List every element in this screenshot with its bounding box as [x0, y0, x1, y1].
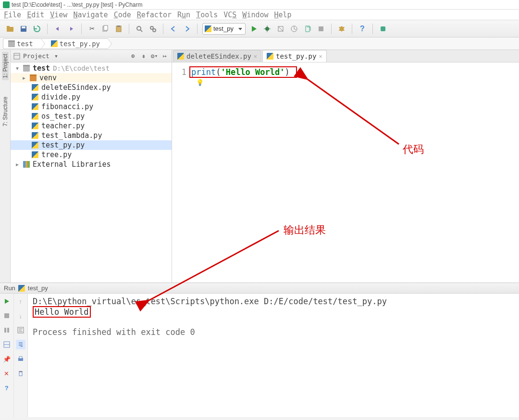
scroll-end-icon[interactable]	[16, 340, 25, 349]
gear-icon[interactable]: ⚙▾	[150, 52, 158, 60]
run-config-selector[interactable]: test_py	[202, 23, 246, 35]
run-console[interactable]: D:\E\python_virtual\es_test\Scripts\pyth…	[28, 294, 519, 417]
tree-external-libs[interactable]: ▸ External Libraries	[11, 160, 172, 169]
attach-icon[interactable]	[302, 24, 313, 34]
copy-icon[interactable]	[100, 24, 111, 34]
tree-file-label: test_lambda.py	[41, 131, 102, 140]
up-stack-icon[interactable]: ↑	[16, 296, 25, 306]
editor-tab-deleteesindex[interactable]: deleteESindex.py ✕	[173, 50, 261, 62]
python-icon	[267, 53, 273, 60]
side-tab-project[interactable]: 1: Project	[2, 52, 9, 80]
chevron-down-icon[interactable]: ▾	[52, 52, 60, 60]
run-tool-window: Run test_py 📌 ✕ ?	[0, 283, 519, 417]
back-icon[interactable]	[168, 24, 179, 34]
run-header[interactable]: Run test_py	[0, 283, 519, 294]
print-icon[interactable]	[16, 354, 25, 364]
settings-icon[interactable]	[336, 24, 347, 34]
lightbulb-icon[interactable]: 💡	[196, 79, 204, 86]
tree-root[interactable]: ▾ test D:\E\code\test	[11, 63, 172, 73]
expand-icon[interactable]: ▸	[14, 160, 20, 169]
tree-file[interactable]: divide.py	[11, 92, 172, 102]
collapse-all-icon[interactable]: ⇞	[140, 52, 148, 60]
project-tree: ▾ test D:\E\code\test ▸ venv deleteESind…	[11, 62, 172, 283]
tree-file-label: os_test.py	[41, 112, 85, 121]
stop-icon[interactable]	[2, 311, 12, 321]
run-side-toolbar: 📌 ✕ ? ↑ ↓	[0, 294, 28, 417]
code-editor[interactable]: 1 print('Hello World') 💡	[172, 62, 519, 283]
menu-window[interactable]: Window	[240, 11, 270, 19]
tree-file[interactable]: teacher.py	[11, 121, 172, 131]
menu-refactor[interactable]: Refactor	[135, 11, 173, 19]
python-icon	[205, 25, 211, 32]
refresh-icon[interactable]	[32, 24, 42, 34]
close-run-icon[interactable]: ✕	[2, 369, 12, 378]
tree-file[interactable]: deleteESindex.py	[11, 83, 172, 92]
paste-icon[interactable]	[113, 24, 124, 34]
editor-tab-test-py[interactable]: test_py.py ✕	[262, 50, 327, 62]
console-output: Hello World	[33, 306, 91, 318]
update-icon[interactable]	[378, 24, 388, 34]
breadcrumb-item-file[interactable]: test_py.py	[41, 38, 108, 49]
menu-tools[interactable]: Tools	[194, 11, 220, 19]
expand-icon[interactable]: ▾	[14, 64, 20, 73]
svg-rect-25	[7, 328, 9, 333]
tree-venv[interactable]: ▸ venv	[11, 73, 172, 83]
menu-edit[interactable]: Edit	[25, 11, 46, 19]
tree-file[interactable]: test_lambda.py	[11, 131, 172, 140]
tree-file-label: divide.py	[41, 93, 80, 101]
side-tab-structure[interactable]: 7: Structure	[2, 95, 9, 128]
tree-file[interactable]: os_test.py	[11, 111, 172, 121]
svg-rect-31	[19, 372, 22, 376]
breadcrumb-item-root[interactable]: test	[3, 38, 41, 49]
menu-help[interactable]: Help	[272, 11, 294, 19]
replace-icon[interactable]	[148, 24, 158, 34]
pin-icon[interactable]: 📌	[2, 354, 12, 364]
svg-line-9	[140, 30, 142, 32]
debug-icon[interactable]	[262, 24, 272, 34]
expand-icon[interactable]: ▸	[21, 74, 27, 82]
tree-file[interactable]: fibonacci.py	[11, 102, 172, 111]
soft-wrap-icon[interactable]	[16, 325, 25, 335]
tree-file-label: fibonacci.py	[41, 102, 93, 111]
tree-file[interactable]: test_py.py	[11, 140, 172, 150]
cut-icon[interactable]: ✂	[86, 24, 97, 34]
window-titlebar: test [D:\E\code\test] - ...\test_py.py […	[0, 0, 519, 10]
undo-icon[interactable]	[52, 24, 63, 34]
window-title: test [D:\E\code\test] - ...\test_py.py […	[12, 1, 143, 8]
layout-icon[interactable]	[2, 340, 12, 349]
main-toolbar: ✂ test_py ?	[0, 20, 519, 37]
menu-file[interactable]: File	[2, 11, 23, 19]
open-icon[interactable]	[5, 24, 15, 34]
menu-vcs[interactable]: VCS	[222, 11, 238, 19]
forward-icon[interactable]	[182, 24, 192, 34]
pause-icon[interactable]	[2, 325, 12, 335]
libraries-icon	[23, 161, 30, 168]
clear-all-icon[interactable]	[16, 369, 25, 378]
find-icon[interactable]	[134, 24, 145, 34]
menu-view[interactable]: View	[48, 11, 69, 19]
save-all-icon[interactable]	[18, 24, 29, 34]
tree-file[interactable]: tree.py	[11, 150, 172, 160]
project-view-icon	[13, 53, 20, 60]
coverage-icon[interactable]	[275, 24, 286, 34]
project-panel: Project ▾ ⊕ ⇞ ⚙▾ ↦ ▾ test D:\E\code\test…	[11, 50, 172, 283]
hide-icon[interactable]: ↦	[161, 52, 169, 60]
menu-run[interactable]: Run	[175, 11, 192, 19]
rerun-icon[interactable]	[2, 296, 12, 306]
run-icon[interactable]	[248, 24, 259, 34]
menu-code[interactable]: Code	[112, 11, 133, 19]
scroll-to-source-icon[interactable]: ⊕	[129, 52, 137, 60]
svg-rect-30	[19, 357, 22, 358]
close-tab-icon[interactable]: ✕	[319, 53, 322, 60]
profile-icon[interactable]	[289, 24, 299, 34]
help-icon[interactable]: ?	[357, 24, 368, 34]
tree-file-label: teacher.py	[41, 122, 85, 130]
redo-icon[interactable]	[66, 24, 76, 34]
down-stack-icon[interactable]: ↓	[16, 311, 25, 321]
console-exit-line: Process finished with exit code 0	[33, 327, 514, 337]
close-tab-icon[interactable]: ✕	[254, 53, 257, 60]
stop-icon[interactable]	[316, 24, 326, 34]
svg-rect-0	[7, 27, 13, 32]
menu-navigate[interactable]: Navigate	[71, 11, 110, 19]
help-run-icon[interactable]: ?	[2, 383, 12, 393]
